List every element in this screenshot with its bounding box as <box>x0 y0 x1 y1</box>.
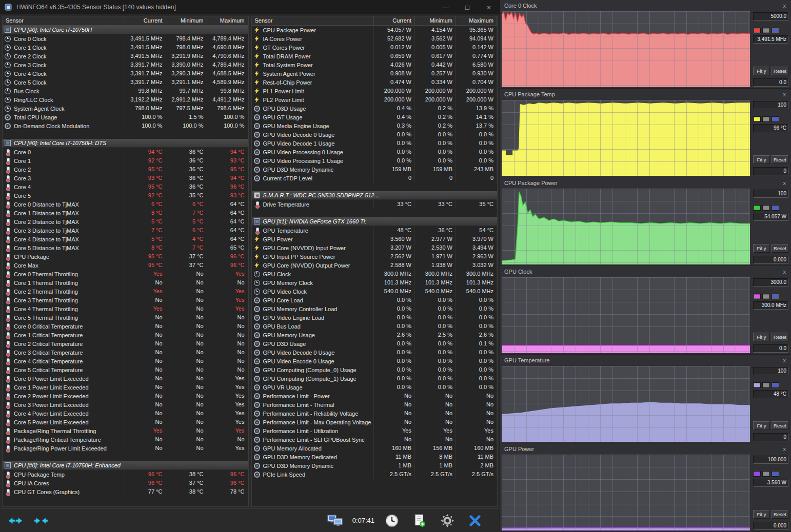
sensor-row[interactable]: Core 0 Power Limit ExceededNoNoYes <box>3 374 248 383</box>
sensor-row[interactable]: GPU Video Decode 1 Usage0.0 %0.0 %0.0 % <box>252 139 498 148</box>
sensor-row[interactable]: Core 1 Thermal ThrottlingNoNoNo <box>3 278 248 287</box>
sensor-row[interactable]: System Agent Power0.908 W0.257 W0.930 W <box>252 69 498 78</box>
fit-y-button[interactable]: Fit y <box>753 67 770 75</box>
series-color-swatch[interactable] <box>753 382 761 388</box>
sensor-row[interactable]: GPU D3D Memory Dynamic159 MB159 MB243 MB <box>252 165 498 174</box>
sensor-row[interactable]: Core 0 Clock3,491.5 MHz798.4 MHz4,789.4 … <box>3 34 248 43</box>
minimize-button[interactable]: — <box>437 1 454 13</box>
sensor-row[interactable]: Performance Limit - UtilizationYesYesYes <box>252 426 498 435</box>
scale-min-box[interactable]: 0.000 <box>753 522 788 530</box>
sensor-row[interactable]: Core 5 Critical TemperatureNoNoNo <box>3 365 248 374</box>
sensor-row[interactable]: Core 094 °C36 °C94 °C <box>3 148 248 156</box>
sensor-row[interactable]: Core 2 Critical TemperatureNoNoNo <box>3 339 248 348</box>
sensor-row[interactable]: GPU VR Usage0.0 %0.0 %0.0 % <box>252 383 498 392</box>
scale-min-box[interactable]: 0 <box>753 433 788 441</box>
sensor-row[interactable]: CPU GT Cores (Graphics)77 °C38 °C78 °C <box>3 487 248 496</box>
sensor-row[interactable]: Core 4 Critical TemperatureNoNoNo <box>3 357 248 365</box>
grid-color-swatch[interactable] <box>772 205 779 211</box>
sensor-row[interactable]: Core 2 Power Limit ExceededNoNoYes <box>3 392 248 400</box>
reset-button[interactable]: Reset <box>772 510 788 519</box>
sensor-row[interactable]: Drive Temperature33 °C33 °C35 °C <box>252 200 498 209</box>
sensor-row[interactable]: Core 3 Clock3,391.7 MHz3,390.0 MHz4,789.… <box>3 60 248 69</box>
close-icon[interactable]: x <box>782 91 787 97</box>
sensor-row[interactable]: Core 2 Clock3,491.5 MHz3,291.9 MHz4,790.… <box>3 52 248 60</box>
scale-max-box[interactable]: 100 <box>753 101 788 109</box>
sensor-row[interactable]: Core 5 Clock3,391.7 MHz3,291.1 MHz4,589.… <box>3 78 248 87</box>
sensor-row[interactable]: Package/Ring Critical TemperatureNoNoNo <box>3 435 248 444</box>
sensor-row[interactable]: Total DRAM Power0.659 W0.617 W0.774 W <box>252 52 498 60</box>
background-color-swatch[interactable] <box>762 471 770 477</box>
scale-max-box[interactable]: 100 <box>753 190 788 198</box>
sensor-row[interactable]: Performance Limit - Reliability VoltageN… <box>252 409 498 418</box>
background-color-swatch[interactable] <box>762 205 770 211</box>
background-color-swatch[interactable] <box>762 294 770 299</box>
sensor-row[interactable]: On-Demand Clock Modulation100.0 %100.0 %… <box>3 121 248 130</box>
sensor-row[interactable]: GPU D3D Memory Dynamic1 MB1 MB2 MB <box>252 461 498 470</box>
sensor-row[interactable]: GPU Clock300.0 MHz300.0 MHz300.0 MHz <box>252 270 498 278</box>
sensor-row[interactable]: Core 5 Distance to TjMAX8 °C7 °C65 °C <box>3 243 248 252</box>
sensor-row[interactable]: Core 2 Distance to TjMAX5 °C5 °C64 °C <box>3 217 248 226</box>
collapse-columns-button[interactable] <box>31 513 51 529</box>
column-header-maximum[interactable]: Maximum <box>456 16 497 25</box>
grid-color-swatch[interactable] <box>772 116 779 122</box>
scale-max-box[interactable]: 3000.0 <box>753 278 788 287</box>
sensor-row[interactable]: GPU Bus Load0.0 %0.0 %0.0 % <box>252 322 498 331</box>
section-header-row[interactable]: GPU [#1]: NVIDIA GeForce GTX 1660 Ti: <box>252 217 498 226</box>
column-header-minimum[interactable]: Minimum <box>415 16 456 25</box>
sensor-row[interactable]: GPU D3D Usage0.4 %0.2 %13.9 % <box>252 104 498 113</box>
series-color-swatch[interactable] <box>753 116 761 122</box>
sensor-row[interactable]: GPU Computing (Compute_0) Usage0.0 %0.0 … <box>252 365 498 374</box>
sensor-row[interactable]: Core 3 Thermal ThrottlingNoNoYes <box>3 296 248 304</box>
grid-color-swatch[interactable] <box>772 471 779 477</box>
sensor-row[interactable]: Core 3 Power Limit ExceededNoNoYes <box>3 400 248 409</box>
sensor-row[interactable]: GPU Memory Controller Load0.0 %0.0 %0.0 … <box>252 304 498 313</box>
sensor-row[interactable]: Core 5 Power Limit ExceededNoNoYes <box>3 418 248 426</box>
sensor-row[interactable]: Core 5 Thermal ThrottlingNoNoNo <box>3 313 248 322</box>
section-header-row[interactable]: CPU [#0]: Intel Core i7-10750H: Enhanced <box>3 461 248 470</box>
scale-min-box[interactable]: 0.0 <box>753 344 788 353</box>
series-color-swatch[interactable] <box>753 294 761 299</box>
close-button[interactable]: × <box>480 1 498 13</box>
grid-color-swatch[interactable] <box>772 294 779 299</box>
graph-panel-header[interactable]: GPU Temperature x <box>500 355 791 366</box>
scale-min-box[interactable]: 0.000 <box>753 256 788 264</box>
sensor-row[interactable]: GT Cores Power0.012 W0.005 W0.142 W <box>252 43 498 52</box>
sensor-row[interactable]: Core 192 °C36 °C93 °C <box>3 156 248 165</box>
column-header-minimum[interactable]: Minimum <box>166 16 207 25</box>
sensor-row[interactable]: PL1 Power Limit200.000 W200.000 W200.000… <box>252 87 498 95</box>
sensor-row[interactable]: Core 495 °C36 °C96 °C <box>3 182 248 191</box>
column-header-sensor[interactable]: Sensor <box>3 16 125 25</box>
sensor-row[interactable]: GPU Video Engine Load0.0 %0.0 %0.0 % <box>252 313 498 322</box>
sensor-row[interactable]: GPU Media Engine Usage0.3 %0.2 %13.7 % <box>252 121 498 130</box>
scale-max-box[interactable]: 5000.0 <box>753 12 788 21</box>
sensor-row[interactable]: GPU Video Processing 1 Usage0.0 %0.0 %0.… <box>252 156 498 165</box>
close-icon[interactable]: x <box>782 269 787 275</box>
sensor-row[interactable]: Core 592 °C35 °C93 °C <box>3 191 248 200</box>
close-icon[interactable]: x <box>782 357 787 363</box>
sensor-row[interactable]: Core 4 Thermal ThrottlingYesNoYes <box>3 304 248 313</box>
sensor-row[interactable]: CPU IA Cores96 °C37 °C96 °C <box>3 479 248 487</box>
fit-y-button[interactable]: Fit y <box>753 510 770 519</box>
series-color-swatch[interactable] <box>753 205 761 211</box>
sensor-row[interactable]: Performance Limit - ThermalNoNoNo <box>252 400 498 409</box>
sensor-row[interactable]: Ring/LLC Clock3,192.2 MHz2,991.2 MHz4,49… <box>3 95 248 104</box>
sensor-row[interactable]: Core 1 Critical TemperatureNoNoNo <box>3 331 248 339</box>
sensor-row[interactable]: Package/Ring Power Limit ExceededNoNoYes <box>3 444 248 453</box>
sensor-row[interactable]: GPU Video Decode 0 Usage0.0 %0.0 %0.0 % <box>252 348 498 357</box>
sensor-row[interactable]: GPU Video Decode 0 Usage0.0 %0.0 %0.0 % <box>252 130 498 139</box>
report-button[interactable] <box>409 513 430 529</box>
column-header-maximum[interactable]: Maximum <box>207 16 248 25</box>
sensor-row[interactable]: GPU Video Processing 0 Usage0.0 %0.0 %0.… <box>252 148 498 156</box>
sensor-row[interactable]: Total CPU Usage100.0 %1.5 %100.0 % <box>3 113 248 121</box>
sensor-row[interactable]: System Agent Clock798.0 MHz797.5 MHz798.… <box>3 104 248 113</box>
grid-color-swatch[interactable] <box>772 382 779 388</box>
sensor-row[interactable]: Performance Limit - Max Operating Voltag… <box>252 418 498 426</box>
graph-panel-header[interactable]: CPU Package Power x <box>500 177 791 189</box>
background-color-swatch[interactable] <box>762 28 770 33</box>
sensor-row[interactable]: Core 3 Critical TemperatureNoNoNo <box>3 348 248 357</box>
scale-max-box[interactable]: 100.000 <box>753 456 788 464</box>
close-icon[interactable]: x <box>782 180 787 186</box>
sensor-row[interactable]: Core 3 Distance to TjMAX7 °C6 °C64 °C <box>3 226 248 235</box>
sensor-row[interactable]: Current cTDP Level000 <box>252 174 498 182</box>
graph-panel-header[interactable]: CPU Package Temp x <box>500 89 791 100</box>
